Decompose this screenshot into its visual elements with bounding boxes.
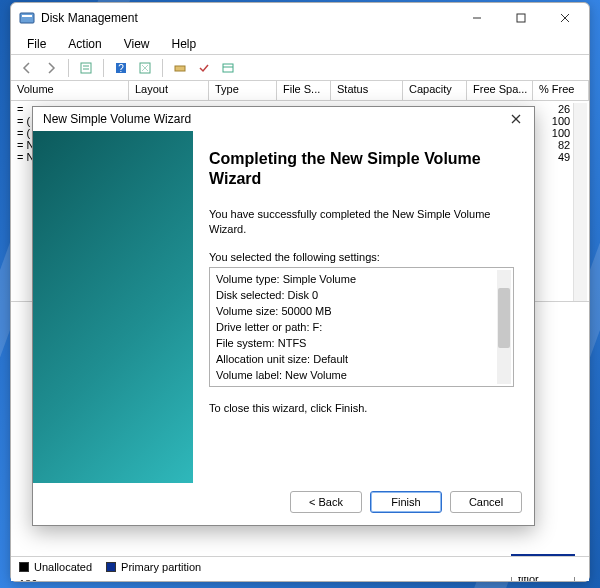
window-title: Disk Management (41, 11, 455, 25)
minimize-button[interactable] (455, 3, 499, 33)
wizard-side-graphic (33, 131, 193, 483)
dialog-close-button[interactable] (504, 108, 528, 130)
settings-scroll-thumb[interactable] (498, 288, 510, 348)
action-icon[interactable] (170, 58, 190, 78)
wizard-heading: Completing the New Simple Volume Wizard (209, 149, 514, 189)
check-icon[interactable] (194, 58, 214, 78)
legend-primary: Primary partition (106, 561, 201, 573)
col-status[interactable]: Status (331, 81, 403, 100)
wizard-main: Completing the New Simple Volume Wizard … (193, 131, 534, 483)
maximize-button[interactable] (499, 3, 543, 33)
svg-rect-0 (20, 13, 34, 23)
cancel-button[interactable]: Cancel (450, 491, 522, 513)
legend: Unallocated Primary partition (11, 556, 589, 577)
menubar: File Action View Help (11, 33, 589, 55)
wizard-close-hint: To close this wizard, click Finish. (209, 401, 514, 416)
col-volume[interactable]: Volume (11, 81, 129, 100)
svg-rect-6 (81, 63, 91, 73)
properties-icon[interactable] (76, 58, 96, 78)
nav-back-icon[interactable] (17, 58, 37, 78)
svg-rect-13 (223, 64, 233, 72)
menu-help[interactable]: Help (162, 35, 207, 54)
svg-text:?: ? (118, 63, 124, 74)
col-type[interactable]: Type (209, 81, 277, 100)
dialog-buttons: < Back Finish Cancel (33, 483, 534, 525)
back-button[interactable]: < Back (290, 491, 362, 513)
new-simple-volume-wizard-dialog: New Simple Volume Wizard Completing the … (32, 106, 535, 526)
swatch-primary (106, 562, 116, 572)
menu-file[interactable]: File (17, 35, 56, 54)
menu-action[interactable]: Action (58, 35, 111, 54)
col-freespace[interactable]: Free Spa... (467, 81, 533, 100)
list-icon[interactable] (218, 58, 238, 78)
dialog-title: New Simple Volume Wizard (43, 112, 504, 126)
dialog-titlebar: New Simple Volume Wizard (33, 107, 534, 131)
app-icon (19, 10, 35, 26)
nav-forward-icon[interactable] (41, 58, 61, 78)
wizard-complete-text: You have successfully completed the New … (209, 207, 514, 238)
col-layout[interactable]: Layout (129, 81, 209, 100)
swatch-unallocated (19, 562, 29, 572)
legend-unallocated: Unallocated (19, 561, 92, 573)
wizard-settings-label: You selected the following settings: (209, 250, 514, 265)
col-capacity[interactable]: Capacity (403, 81, 467, 100)
finish-button[interactable]: Finish (370, 491, 442, 513)
svg-rect-1 (22, 15, 32, 17)
col-filesystem[interactable]: File S... (277, 81, 331, 100)
titlebar: Disk Management (11, 3, 589, 33)
refresh-icon[interactable] (135, 58, 155, 78)
volume-list-header: Volume Layout Type File S... Status Capa… (11, 81, 589, 101)
wizard-settings-box[interactable]: Volume type: Simple Volume Disk selected… (209, 267, 514, 387)
toolbar: ? (11, 55, 589, 81)
menu-view[interactable]: View (114, 35, 160, 54)
svg-rect-12 (175, 66, 185, 71)
dialog-body: Completing the New Simple Volume Wizard … (33, 131, 534, 483)
close-button[interactable] (543, 3, 587, 33)
help-icon[interactable]: ? (111, 58, 131, 78)
col-pctfree[interactable]: % Free (533, 81, 589, 100)
svg-rect-3 (517, 14, 525, 22)
